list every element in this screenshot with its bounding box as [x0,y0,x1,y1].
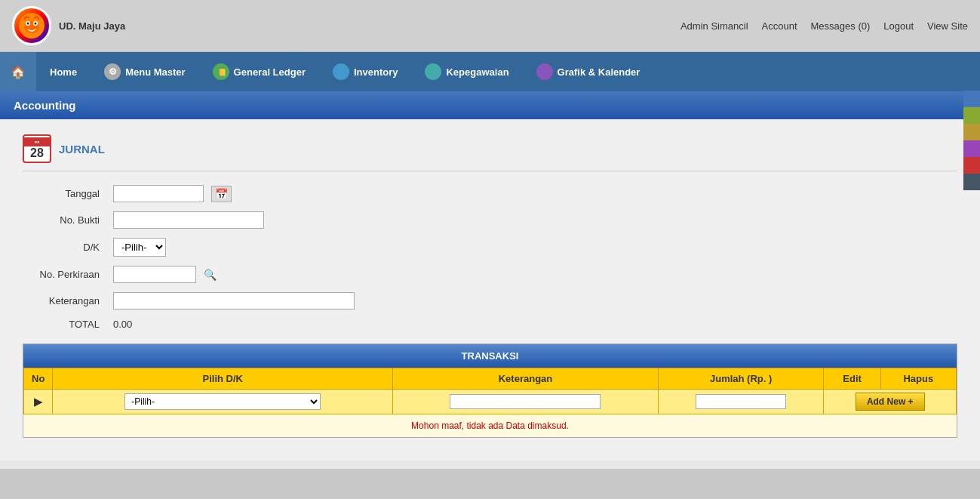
admin-label: Admin Simancil [680,20,748,32]
side-bar-dark[interactable] [963,174,980,190]
side-bar-red[interactable] [963,157,980,174]
gear-icon: ⚙ [104,63,121,80]
svg-point-4 [27,23,29,25]
side-color-bar [963,91,980,190]
nav-grafik-kalender-label: Grafik & Kalender [558,66,641,78]
transaksi-title: TRANSAKSI [462,350,519,362]
side-bar-gold[interactable] [963,124,980,140]
nav-general-ledger[interactable]: 📒 General Ledger [199,52,319,91]
grafik-icon [536,63,553,80]
noperkiraan-label: No. Perkiraan [23,269,106,280]
svg-text:📒: 📒 [218,68,227,77]
section-title: Accounting [14,99,76,112]
svg-point-10 [539,66,550,77]
kepegawaian-icon [425,63,441,80]
app-logo [12,6,51,45]
nav-inventory-label: Inventory [354,66,398,78]
nav-kepegawaian[interactable]: Kepegawaian [411,52,522,91]
inventory-icon [333,63,349,80]
svg-point-5 [35,23,37,25]
nav-menu-master-label: Menu Master [125,66,185,78]
form-area: ▪▪ 28 JURNAL Tanggal 📅 No. Bukti D/K -Pi… [0,119,980,460]
noperkiraan-row: No. Perkiraan 🔍 [23,266,957,283]
calendar-icon: ▪▪ 28 [23,134,51,163]
keterangan-label: Keterangan [23,295,106,306]
col-jumlah: Jumlah (Rp. ) [658,368,824,390]
nav-home-label: Home [50,66,77,78]
col-hapus: Hapus [880,368,956,390]
viewsite-link[interactable]: View Site [927,20,968,32]
transaksi-container: TRANSAKSI No Pilih D/K Keterangan Jumlah… [23,343,957,438]
top-navigation: Admin Simancil Account Messages (0) Logo… [680,20,968,32]
col-no: No [24,368,53,390]
side-bar-green[interactable] [963,107,980,124]
dk-label: D/K [23,242,106,253]
dk-row: D/K -Pilih- D K [23,238,957,257]
jurnal-title: JURNAL [59,143,105,156]
nobukti-input[interactable] [113,211,264,229]
row-arrow: ▶ [24,390,53,414]
row-keterangan-input[interactable] [450,394,601,409]
logout-link[interactable]: Logout [883,20,914,32]
section-header: Accounting [0,91,980,119]
nav-menu-master[interactable]: ⚙ Menu Master [91,52,198,91]
empty-message: Mohon maaf, tidak ada Data dimaksud. [24,414,957,438]
logo-area: UD. Maju Jaya [12,6,125,45]
row-addnew-cell: Add New + [824,390,957,414]
nav-general-ledger-label: General Ledger [234,66,306,78]
col-keterangan: Keterangan [393,368,659,390]
content-wrapper: Accounting ▪▪ 28 JURNAL Tanggal 📅 No. Bu… [0,91,980,469]
dk-select[interactable]: -Pilih- D K [113,238,166,257]
transaksi-table: No Pilih D/K Keterangan Jumlah (Rp. ) Ed… [23,368,957,437]
svg-point-9 [428,66,438,77]
noperkiraan-input[interactable] [113,266,196,283]
nav-home[interactable]: Home [36,52,91,91]
col-edit: Edit [824,368,880,390]
messages-link[interactable]: Messages (0) [811,20,871,32]
home-icon-button[interactable]: 🏠 [0,52,36,91]
company-name: UD. Maju Jaya [59,20,125,32]
calendar-top-bar: ▪▪ [24,137,50,146]
row-dk-select[interactable]: -Pilih- D K [124,393,321,410]
tanggal-label: Tanggal [23,188,106,199]
row-dk-cell: -Pilih- D K [53,390,393,414]
tanggal-row: Tanggal 📅 [23,185,957,202]
calendar-day: 28 [30,146,44,160]
keterangan-input[interactable] [113,292,355,310]
total-row: TOTAL 0.00 [23,319,957,330]
account-link[interactable]: Account [762,20,797,32]
tanggal-input[interactable] [113,185,204,202]
col-pilih-dk: Pilih D/K [53,368,393,390]
total-value: 0.00 [113,319,132,330]
empty-message-row: Mohon maaf, tidak ada Data dimaksud. [24,414,957,438]
transaksi-header: TRANSAKSI [23,344,957,368]
transaksi-input-row: ▶ -Pilih- D K [24,390,957,414]
nobukti-row: No. Bukti [23,211,957,229]
nav-kepegawaian-label: Kepegawaian [446,66,508,78]
search-icon[interactable]: 🔍 [204,269,217,281]
svg-point-8 [336,66,346,77]
row-jumlah-input[interactable] [696,394,786,409]
nobukti-label: No. Bukti [23,214,106,226]
side-bar-blue[interactable] [963,91,980,107]
jurnal-header: ▪▪ 28 JURNAL [23,134,957,171]
add-new-button[interactable]: Add New + [856,393,925,411]
calendar-button[interactable]: 📅 [211,186,232,202]
keterangan-row: Keterangan [23,292,957,310]
side-bar-purple[interactable] [963,140,980,157]
row-keterangan-cell [393,390,659,414]
ledger-icon: 📒 [213,63,229,80]
main-nav: 🏠 Home ⚙ Menu Master 📒 General Ledger In… [0,52,980,91]
total-label: TOTAL [23,319,106,330]
nav-grafik-kalender[interactable]: Grafik & Kalender [523,52,654,91]
row-jumlah-cell [658,390,824,414]
top-header: UD. Maju Jaya Admin Simancil Account Mes… [0,0,980,52]
nav-inventory[interactable]: Inventory [319,52,412,91]
